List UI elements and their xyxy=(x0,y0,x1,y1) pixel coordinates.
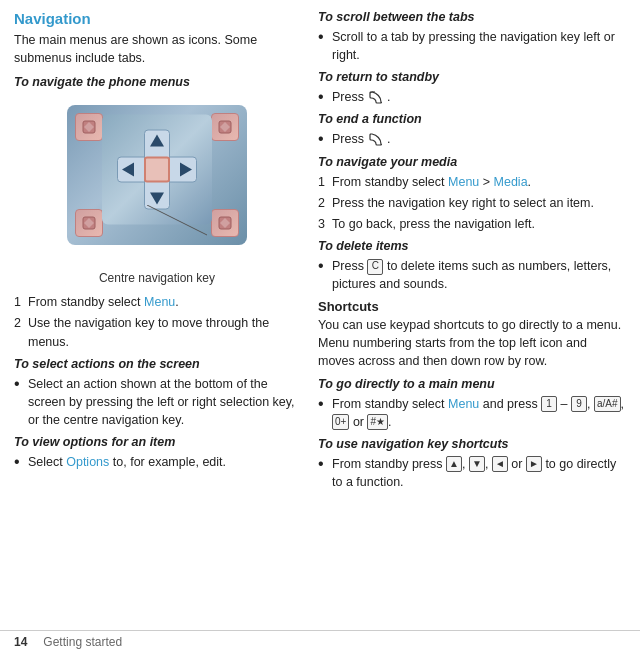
menu-link-1: Menu xyxy=(144,295,175,309)
key-star: a/A# xyxy=(594,396,621,412)
menu-link-main: Menu xyxy=(448,397,479,411)
page-number: 14 xyxy=(14,635,27,649)
heading-media: To navigate your media xyxy=(318,155,626,169)
bullet-select-text: Select an action shown at the bottom of … xyxy=(28,375,300,429)
bullet-scroll-section: • Scroll to a tab by pressing the naviga… xyxy=(318,28,626,64)
media-step-2-num: 2 xyxy=(318,194,332,212)
bullet-dot-r5: • xyxy=(318,395,332,413)
nav-up-key: ▲ xyxy=(446,456,462,472)
media-step-1-num: 1 xyxy=(318,173,332,191)
bullet-nav-shortcuts-text: From standby press ▲, ▼, ◄ or ► to go di… xyxy=(332,455,626,491)
footer: 14 Getting started xyxy=(0,630,640,653)
step-1-text: From standby select Menu. xyxy=(28,293,179,311)
bullet-end: • Press . xyxy=(318,130,626,148)
step-2-text: Use the navigation key to move through t… xyxy=(28,314,300,350)
bullet-options-text: Select Options to, for example, edit. xyxy=(28,453,226,471)
media-step-3-num: 3 xyxy=(318,215,332,233)
numbered-steps: 1 From standby select Menu. 2 Use the na… xyxy=(14,293,300,350)
media-step-2: 2 Press the navigation key right to sele… xyxy=(318,194,626,212)
arrow-down-icon xyxy=(150,192,164,204)
bullet-dot-r1: • xyxy=(318,28,332,46)
bullet-end-text: Press . xyxy=(332,130,390,148)
press-phone-icon-end xyxy=(367,132,386,146)
heading-delete: To delete items xyxy=(318,239,626,253)
media-step-2-text: Press the navigation key right to select… xyxy=(332,194,594,212)
heading-navigate: To navigate the phone menus xyxy=(14,75,300,89)
bullet-end-section: • Press . xyxy=(318,130,626,148)
bullet-main-menu-text: From standby select Menu and press 1 – 9… xyxy=(332,395,626,431)
bullet-select-section: • Select an action shown at the bottom o… xyxy=(14,375,300,429)
bullet-standby: • Press . xyxy=(318,88,626,106)
bullet-dot-r3: • xyxy=(318,130,332,148)
bullet-dot-2: • xyxy=(14,453,28,471)
nav-key-caption: Centre navigation key xyxy=(14,271,300,285)
bullet-select: • Select an action shown at the bottom o… xyxy=(14,375,300,429)
c-key: C xyxy=(367,259,383,275)
media-step-3: 3 To go back, press the navigation left. xyxy=(318,215,626,233)
media-link: Media xyxy=(494,175,528,189)
key-hash: #★ xyxy=(367,414,388,430)
bullet-nav-shortcuts-section: • From standby press ▲, ▼, ◄ or ► to go … xyxy=(318,455,626,491)
bullet-nav-shortcuts: • From standby press ▲, ▼, ◄ or ► to go … xyxy=(318,455,626,491)
corner-icon-tr xyxy=(211,113,239,141)
svg-line-8 xyxy=(147,205,207,235)
bullet-options-section: • Select Options to, for example, edit. xyxy=(14,453,300,471)
callout-svg xyxy=(127,205,227,245)
media-step-1: 1 From standby select Menu > Media. xyxy=(318,173,626,191)
bullet-dot-r6: • xyxy=(318,455,332,473)
bullet-delete: • Press C to delete items such as number… xyxy=(318,257,626,293)
heading-main-menu: To go directly to a main menu xyxy=(318,377,626,391)
arrow-up-icon xyxy=(150,134,164,146)
key-0: 0+ xyxy=(332,414,349,430)
step-1-num: 1 xyxy=(14,293,28,311)
bullet-main-menu-section: • From standby select Menu and press 1 –… xyxy=(318,395,626,431)
left-column: Navigation The main menus are shown as i… xyxy=(0,10,310,630)
nav-right-key: ► xyxy=(526,456,542,472)
bullet-main-menu: • From standby select Menu and press 1 –… xyxy=(318,395,626,431)
cross-center-button xyxy=(144,156,170,182)
bullet-dot-1: • xyxy=(14,375,28,393)
bullet-delete-section: • Press C to delete items such as number… xyxy=(318,257,626,293)
footer-text: Getting started xyxy=(43,635,122,649)
bullet-scroll: • Scroll to a tab by pressing the naviga… xyxy=(318,28,626,64)
heading-select: To select actions on the screen xyxy=(14,357,300,371)
heading-scroll: To scroll between the tabs xyxy=(318,10,626,24)
bullet-delete-text: Press C to delete items such as numbers,… xyxy=(332,257,626,293)
step-2: 2 Use the navigation key to move through… xyxy=(14,314,300,350)
bullet-standby-text: Press . xyxy=(332,88,390,106)
bullet-scroll-text: Scroll to a tab by pressing the navigati… xyxy=(332,28,626,64)
arrow-right-icon xyxy=(180,162,192,176)
nav-down-key: ▼ xyxy=(469,456,485,472)
heading-standby: To return to standby xyxy=(318,70,626,84)
nav-cross xyxy=(117,129,197,209)
key-1: 1 xyxy=(541,396,557,412)
nav-key-diagram xyxy=(57,97,257,267)
bullet-dot-r4: • xyxy=(318,257,332,275)
bullet-dot-r2: • xyxy=(318,88,332,106)
media-steps: 1 From standby select Menu > Media. 2 Pr… xyxy=(318,173,626,233)
shortcuts-title: Shortcuts xyxy=(318,299,626,314)
menu-link-media: Menu xyxy=(448,175,479,189)
options-link: Options xyxy=(66,455,109,469)
nav-left-key: ◄ xyxy=(492,456,508,472)
right-column: To scroll between the tabs • Scroll to a… xyxy=(310,10,640,630)
step-2-num: 2 xyxy=(14,314,28,350)
heading-options: To view options for an item xyxy=(14,435,300,449)
heading-nav-shortcuts: To use navigation key shortcuts xyxy=(318,437,626,451)
section-title: Navigation xyxy=(14,10,300,27)
media-step-1-text: From standby select Menu > Media. xyxy=(332,173,531,191)
shortcuts-text: You can use keypad shortcuts to go direc… xyxy=(318,316,626,370)
heading-end: To end a function xyxy=(318,112,626,126)
intro-text: The main menus are shown as icons. Some … xyxy=(14,31,300,67)
media-step-3-text: To go back, press the navigation left. xyxy=(332,215,535,233)
press-phone-icon-standby xyxy=(367,90,386,104)
bullet-options: • Select Options to, for example, edit. xyxy=(14,453,300,471)
arrow-left-icon xyxy=(122,162,134,176)
step-1: 1 From standby select Menu. xyxy=(14,293,300,311)
bullet-standby-section: • Press . xyxy=(318,88,626,106)
key-9: 9 xyxy=(571,396,587,412)
corner-icon-tl xyxy=(75,113,103,141)
corner-icon-bl xyxy=(75,209,103,237)
